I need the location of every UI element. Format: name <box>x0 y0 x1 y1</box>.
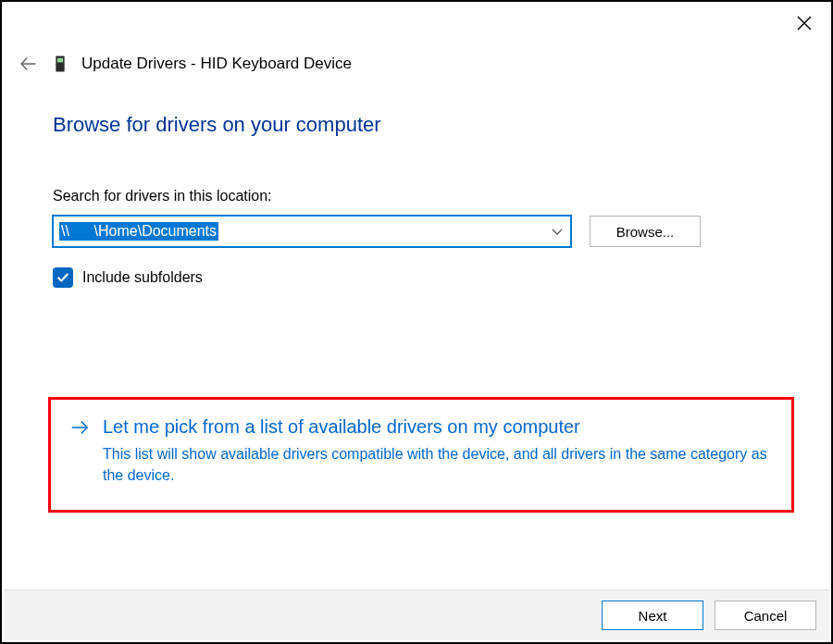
browse-button[interactable]: Browse... <box>590 216 701 247</box>
pick-from-list-option[interactable]: Let me pick from a list of available dri… <box>48 397 794 513</box>
search-location-label: Search for drivers in this location: <box>53 188 794 204</box>
include-subfolders-checkbox[interactable] <box>53 267 73 288</box>
header: Update Drivers - HID Keyboard Device <box>19 53 814 75</box>
option-title: Let me pick from a list of available dri… <box>103 416 580 438</box>
close-button[interactable] <box>790 9 818 37</box>
page-heading: Browse for drivers on your computer <box>53 113 794 137</box>
arrow-left-icon <box>19 54 39 74</box>
back-button[interactable] <box>19 54 39 74</box>
location-value: \\ \Home\Documents <box>59 222 218 241</box>
check-icon <box>56 271 69 284</box>
location-combobox[interactable]: \\ \Home\Documents <box>53 216 571 247</box>
device-icon <box>52 53 68 75</box>
next-button[interactable]: Next <box>602 601 703 630</box>
close-icon <box>797 16 812 31</box>
window-title: Update Drivers - HID Keyboard Device <box>81 55 352 73</box>
cancel-button[interactable]: Cancel <box>715 601 816 630</box>
arrow-right-icon <box>69 417 90 438</box>
footer: Next Cancel <box>4 589 829 640</box>
option-description: This list will show available drivers co… <box>103 443 769 486</box>
chevron-down-icon <box>552 223 563 240</box>
include-subfolders-label: Include subfolders <box>82 269 203 286</box>
svg-rect-4 <box>57 58 63 63</box>
